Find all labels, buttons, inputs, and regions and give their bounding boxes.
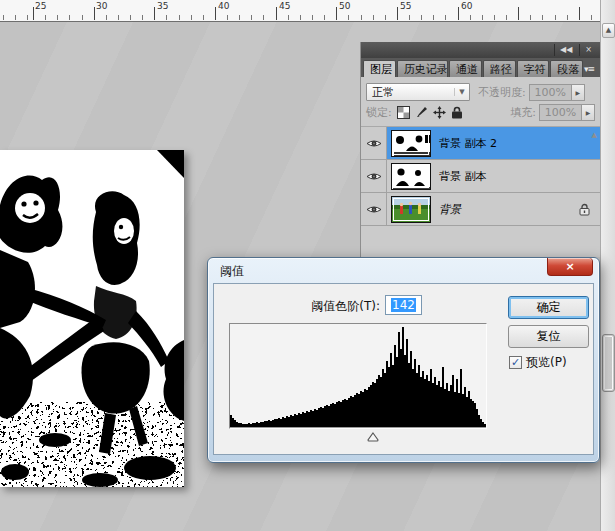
fill-spinner-icon[interactable]: ▶ [581,104,595,121]
scrollbar-thumb[interactable] [602,334,615,392]
threshold-level-label: 阈值色阶(T): [214,298,380,315]
chevron-down-icon: ▼ [454,88,469,96]
lock-label: 锁定: [366,105,392,120]
opacity-value[interactable]: 100% [529,84,571,101]
panel-group-header: ◀◀ × [361,42,600,58]
lock-transparency-icon[interactable] [397,106,410,119]
threshold-value-selected-text: 142 [391,298,416,312]
tab-history[interactable]: 历史记录 [397,60,448,77]
fill-value[interactable]: 100% [539,104,581,121]
close-panel-icon[interactable]: × [579,44,597,56]
layer-options: 正常 ▼ 不透明度: 100% ▶ 锁定: 填充: 100% ▶ [361,77,600,127]
threshold-level-input[interactable]: 142 [385,295,422,315]
thresholded-image [0,150,184,487]
visibility-toggle[interactable] [361,127,387,159]
layer-name: 背景 [439,202,461,217]
layer-row-background[interactable]: 背景 [361,193,600,226]
tab-paragraph[interactable]: 段落 [550,60,583,77]
check-icon: ✓ [511,356,520,369]
ruler-number: 35 [157,1,168,11]
ruler-number: 30 [96,1,107,11]
ok-button[interactable]: 确定 [508,296,589,319]
ruler-number: 45 [279,1,290,11]
ruler-number: 60 [461,1,472,11]
panel-menu-icon[interactable]: ▾≡ [584,64,600,77]
tab-channels[interactable]: 通道 [449,60,482,77]
threshold-slider-handle[interactable] [367,432,379,442]
opacity-spinner-icon[interactable]: ▶ [571,84,585,101]
preview-label: 预览(P) [526,354,567,371]
ruler-number: 55 [400,1,411,11]
visibility-toggle[interactable] [361,160,387,192]
ruler-number: 50 [339,1,350,11]
tab-paths[interactable]: 路径 [483,60,516,77]
eye-icon [366,171,382,182]
panel-tab-bar: 图层 历史记录 通道 路径 字符 段落 ▾≡ [361,58,600,77]
close-icon: × [565,260,574,273]
horizontal-ruler: 25 30 35 40 45 50 55 60 [0,0,600,22]
layer-row-background-copy-2[interactable]: 背景 副本 2 ▲ [361,127,600,160]
panel-scroll-nub-icon[interactable]: ▲ [592,131,597,139]
blend-mode-value: 正常 [367,85,454,100]
scroll-up-button[interactable]: ▲ [602,23,615,38]
scroll-up-icon: ▲ [606,26,611,34]
layer-name: 背景 副本 [439,169,487,184]
lock-all-icon[interactable] [451,106,463,119]
eye-icon [366,204,382,215]
opacity-label: 不透明度: [478,85,526,100]
collapse-panels-icon[interactable]: ◀◀ [554,44,577,56]
layers-list: 背景 副本 2 ▲ 背景 副本 背景 [361,127,600,226]
document-vertical-scrollbar[interactable]: ▲ [600,0,615,531]
layer-row-background-copy[interactable]: 背景 副本 [361,160,600,193]
ruler-number: 25 [35,1,46,11]
layers-panel-dock: ◀◀ × 图层 历史记录 通道 路径 字符 段落 ▾≡ 正常 ▼ 不透明度: 1… [360,42,600,257]
layer-thumbnail[interactable] [391,130,431,157]
dialog-body: 阈值色阶(T): 142 确定 复位 ✓ 预览(P) [213,283,594,455]
lock-position-move-icon[interactable] [433,106,446,119]
tab-character[interactable]: 字符 [517,60,550,77]
layer-thumbnail[interactable] [391,196,431,223]
histogram-bars [230,327,486,427]
blend-mode-select[interactable]: 正常 ▼ [366,83,470,101]
eye-icon [366,138,382,149]
threshold-histogram [229,323,487,429]
preview-option: ✓ 预览(P) [509,354,567,371]
tab-layers[interactable]: 图层 [363,60,396,77]
document-canvas[interactable] [0,150,184,487]
layer-locked-icon [579,203,590,216]
fill-label: 填充: [510,105,536,120]
lock-pixels-brush-icon[interactable] [415,106,428,119]
layer-name: 背景 副本 2 [439,136,497,151]
visibility-toggle[interactable] [361,193,387,225]
layer-thumbnail[interactable] [391,163,431,190]
preview-checkbox[interactable]: ✓ [509,356,522,369]
ruler-major-ticks [0,7,600,20]
threshold-dialog: 阈值 × 阈值色阶(T): 142 确定 复位 ✓ 预览(P) [207,257,600,463]
histogram-baseline [230,427,486,428]
reset-button[interactable]: 复位 [508,325,589,348]
dialog-close-button[interactable]: × [547,258,593,276]
dialog-title[interactable]: 阈值 [220,263,244,280]
ruler-number: 40 [218,1,229,11]
photoshop-workspace: 25 30 35 40 45 50 55 60 ▲ [0,0,615,531]
